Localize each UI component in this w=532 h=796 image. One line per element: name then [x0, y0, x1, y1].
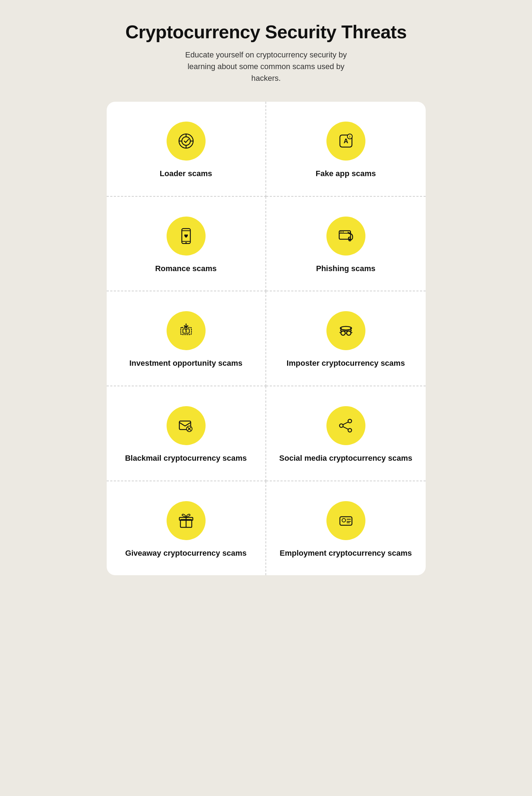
romance-icon — [177, 226, 196, 246]
giveaway-scams-label: Giveaway cryptocurrency scams — [125, 548, 246, 559]
svg-point-24 — [347, 331, 351, 335]
fake-app-scams-icon-circle: A ! — [326, 122, 365, 161]
phishing-icon — [336, 226, 355, 246]
app-icon: A ! — [336, 131, 355, 151]
investment-scams-label: Investment opportunity scams — [129, 358, 242, 369]
cell-loader-scams: Loader scams — [107, 102, 266, 197]
blackmail-scams-icon-circle — [167, 406, 206, 445]
social-media-scams-label: Social media cryptocurrency scams — [279, 453, 412, 464]
cell-giveaway-scams: Giveaway cryptocurrency scams — [107, 481, 266, 576]
svg-text:A: A — [343, 138, 348, 145]
giveaway-scams-icon-circle — [167, 501, 206, 540]
svg-point-13 — [185, 242, 187, 243]
threats-grid: Loader scams A ! Fake app scams — [107, 102, 426, 575]
imposter-icon — [336, 321, 355, 340]
cell-employment-scams: Employment cryptocurrency scams — [266, 481, 426, 576]
romance-scams-icon-circle — [167, 217, 206, 256]
fake-app-scams-label: Fake app scams — [316, 168, 376, 179]
cell-investment-scams: $ Investment opportunity scams — [107, 291, 266, 386]
imposter-scams-icon-circle — [326, 311, 365, 350]
svg-line-26 — [340, 332, 341, 333]
employment-icon — [336, 511, 355, 530]
svg-point-34 — [348, 428, 352, 432]
cell-social-media-scams: Social media cryptocurrency scams — [266, 386, 426, 481]
blackmail-scams-label: Blackmail cryptocurrency scams — [125, 453, 247, 464]
cell-imposter-scams: Imposter cryptocurrency scams — [266, 291, 426, 386]
phishing-scams-label: Phishing scams — [316, 263, 376, 274]
page-subtitle: Educate yourself on cryptocurrency secur… — [174, 49, 358, 84]
loader-scams-icon-circle — [167, 122, 206, 161]
svg-point-41 — [342, 518, 346, 522]
svg-point-33 — [340, 424, 343, 427]
employment-scams-icon-circle — [326, 501, 365, 540]
target-icon — [177, 131, 196, 151]
cell-fake-app-scams: A ! Fake app scams — [266, 102, 426, 197]
employment-scams-label: Employment cryptocurrency scams — [280, 548, 412, 559]
phishing-scams-icon-circle — [326, 217, 365, 256]
svg-point-23 — [341, 331, 345, 335]
svg-line-36 — [343, 427, 348, 429]
content-card: Loader scams A ! Fake app scams — [107, 102, 426, 575]
blackmail-icon — [177, 416, 196, 435]
cell-blackmail-scams: Blackmail cryptocurrency scams — [107, 386, 266, 481]
svg-point-16 — [340, 231, 341, 232]
romance-scams-label: Romance scams — [155, 263, 217, 274]
investment-icon: $ — [177, 321, 196, 340]
svg-point-17 — [342, 231, 343, 232]
loader-scams-label: Loader scams — [160, 168, 212, 179]
svg-text:$: $ — [185, 329, 187, 333]
social-icon — [336, 416, 355, 435]
svg-line-35 — [343, 422, 348, 425]
cell-romance-scams: Romance scams — [107, 197, 266, 292]
social-media-scams-icon-circle — [326, 406, 365, 445]
imposter-scams-label: Imposter cryptocurrency scams — [287, 358, 405, 369]
svg-point-32 — [348, 419, 352, 423]
svg-point-1 — [182, 137, 190, 145]
investment-scams-icon-circle: $ — [167, 311, 206, 350]
svg-point-22 — [340, 326, 352, 330]
page-title: Cryptocurrency Security Threats — [125, 21, 407, 43]
svg-line-27 — [351, 332, 352, 333]
svg-text:!: ! — [349, 135, 350, 139]
cell-phishing-scams: Phishing scams — [266, 197, 426, 292]
giveaway-icon — [177, 511, 196, 530]
